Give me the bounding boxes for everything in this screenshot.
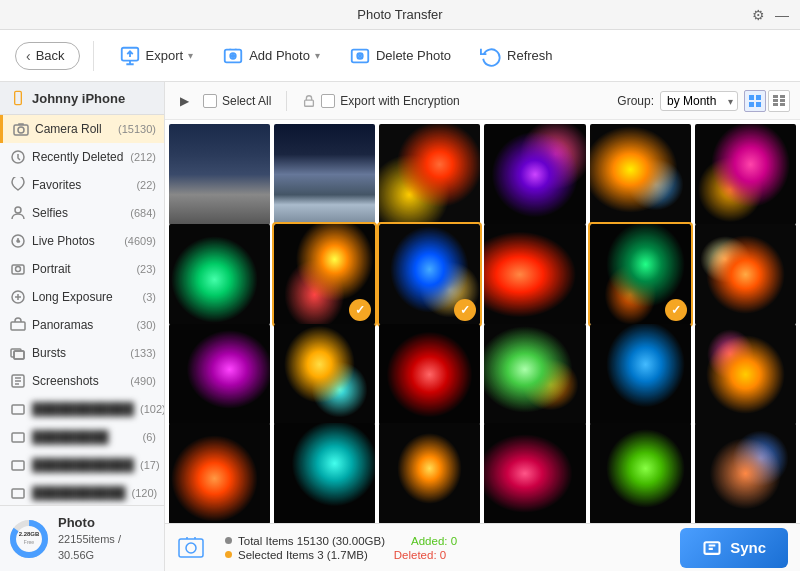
svg-rect-16 — [11, 322, 25, 330]
sidebar-item-icon-8 — [10, 345, 26, 361]
sidebar-item-icon-5 — [10, 261, 26, 277]
back-button[interactable]: ‹ Back — [15, 42, 80, 70]
add-photo-label: Add Photo — [249, 48, 310, 63]
encrypt-section[interactable]: Export with Encryption — [302, 94, 459, 108]
photo-cell-3[interactable] — [379, 124, 480, 225]
photo-cell-7[interactable] — [169, 224, 270, 325]
encrypt-checkbox[interactable] — [321, 94, 335, 108]
photo-cell-15[interactable] — [379, 324, 480, 425]
photo-cell-14[interactable] — [274, 324, 375, 425]
export-button[interactable]: Export ▾ — [107, 39, 206, 73]
photo-cell-10[interactable] — [484, 224, 585, 325]
sidebar-item-0[interactable]: Camera Roll (15130) — [0, 115, 164, 143]
grid-view-button[interactable] — [744, 90, 766, 112]
photo-cell-5[interactable] — [590, 124, 691, 225]
photo-inner-18 — [695, 324, 796, 425]
photo-cell-20[interactable] — [274, 423, 375, 523]
photo-cell-17[interactable] — [590, 324, 691, 425]
encrypt-label: Export with Encryption — [340, 94, 459, 108]
storage-donut-chart: 2.28GB Free — [8, 518, 50, 560]
photo-inner-20 — [274, 423, 375, 523]
sidebar-item-13[interactable]: ███████████ (120) — [0, 479, 164, 505]
photo-grid: ✓✓✓ — [165, 120, 800, 523]
photo-cell-8[interactable]: ✓ — [274, 224, 375, 325]
select-all-checkbox[interactable] — [203, 94, 217, 108]
device-icon — [10, 90, 26, 106]
sidebar-item-9[interactable]: Screenshots (490) — [0, 367, 164, 395]
photo-inner-2 — [274, 124, 375, 225]
photo-cell-12[interactable] — [695, 224, 796, 325]
group-section: Group: by Month by Day by Year — [617, 90, 790, 112]
photo-inner-7 — [169, 224, 270, 325]
photo-inner-21 — [379, 423, 480, 523]
sidebar-item-label-9: Screenshots — [32, 374, 124, 388]
sync-label: Sync — [730, 539, 766, 556]
svg-rect-41 — [780, 99, 785, 102]
sidebar-item-icon-13 — [10, 485, 26, 501]
delete-photo-icon — [349, 45, 371, 67]
photo-cell-2[interactable] — [274, 124, 375, 225]
photo-cell-23[interactable] — [590, 423, 691, 523]
sidebar-item-label-12: ████████████ — [32, 458, 134, 472]
sidebar-item-7[interactable]: Panoramas (30) — [0, 311, 164, 339]
photo-cell-1[interactable] — [169, 124, 270, 225]
svg-rect-34 — [749, 95, 754, 100]
sidebar-item-count-7: (30) — [136, 319, 156, 331]
photo-cell-24[interactable] — [695, 423, 796, 523]
settings-button[interactable]: ⚙ — [750, 7, 766, 23]
photo-cell-16[interactable] — [484, 324, 585, 425]
photo-cell-19[interactable] — [169, 423, 270, 523]
sync-button[interactable]: Sync — [680, 528, 788, 568]
title-bar: Photo Transfer ⚙ — — [0, 0, 800, 30]
sidebar-item-4[interactable]: Live Photos (4609) — [0, 227, 164, 255]
photo-inner-1 — [169, 124, 270, 225]
status-info: Total Items 15130 (30.00GB) Added: 0 Sel… — [225, 535, 457, 561]
device-header: Johnny iPhone — [0, 82, 164, 115]
group-dropdown[interactable]: by Month by Day by Year — [660, 91, 738, 111]
add-photo-button[interactable]: Add Photo ▾ — [210, 39, 332, 73]
storage-text: Photo 22155items / 30.56G — [58, 514, 156, 563]
sidebar-item-label-11: █████████ — [32, 430, 137, 444]
play-button[interactable]: ▶ — [175, 92, 193, 110]
sidebar-item-label-7: Panoramas — [32, 318, 130, 332]
photo-check-badge-11: ✓ — [665, 299, 687, 321]
sidebar-item-icon-11 — [10, 429, 26, 445]
svg-rect-39 — [780, 95, 785, 98]
svg-point-8 — [18, 127, 24, 133]
sidebar-item-1[interactable]: Recently Deleted (212) — [0, 143, 164, 171]
sub-toolbar: ▶ Select All Export with Encryption Grou… — [165, 82, 800, 120]
photo-cell-21[interactable] — [379, 423, 480, 523]
svg-rect-44 — [179, 539, 203, 557]
added-label: Added: 0 — [411, 535, 457, 547]
photo-cell-9[interactable]: ✓ — [379, 224, 480, 325]
photo-cell-22[interactable] — [484, 423, 585, 523]
svg-rect-42 — [773, 103, 778, 106]
sidebar-item-11[interactable]: █████████ (6) — [0, 423, 164, 451]
sidebar-item-10[interactable]: ████████████ (102) — [0, 395, 164, 423]
sidebar-item-5[interactable]: Portrait (23) — [0, 255, 164, 283]
photo-inner-17 — [590, 324, 691, 425]
photo-inner-10 — [484, 224, 585, 325]
group-dropdown-wrap[interactable]: by Month by Day by Year — [660, 91, 738, 111]
svg-rect-18 — [14, 351, 24, 359]
photo-cell-18[interactable] — [695, 324, 796, 425]
photo-cell-13[interactable] — [169, 324, 270, 425]
sidebar-item-8[interactable]: Bursts (133) — [0, 339, 164, 367]
sidebar-item-2[interactable]: Favorites (22) — [0, 171, 164, 199]
photo-cell-11[interactable]: ✓ — [590, 224, 691, 325]
sidebar-item-count-2: (22) — [136, 179, 156, 191]
toolbar: ‹ Back Export ▾ Add Photo ▾ Delete Photo… — [0, 30, 800, 82]
list-icon — [773, 95, 785, 107]
sidebar-item-count-9: (490) — [130, 375, 156, 387]
select-all-control[interactable]: Select All — [203, 94, 271, 108]
refresh-button[interactable]: Refresh — [468, 39, 565, 73]
minimize-button[interactable]: — — [774, 7, 790, 23]
photo-cell-6[interactable] — [695, 124, 796, 225]
photo-cell-4[interactable] — [484, 124, 585, 225]
sidebar-item-12[interactable]: ████████████ (17) — [0, 451, 164, 479]
sidebar-item-3[interactable]: Selfies (684) — [0, 199, 164, 227]
sidebar-item-6[interactable]: Long Exposure (3) — [0, 283, 164, 311]
list-view-button[interactable] — [768, 90, 790, 112]
sidebar-item-icon-0 — [13, 121, 29, 137]
delete-photo-button[interactable]: Delete Photo — [337, 39, 463, 73]
